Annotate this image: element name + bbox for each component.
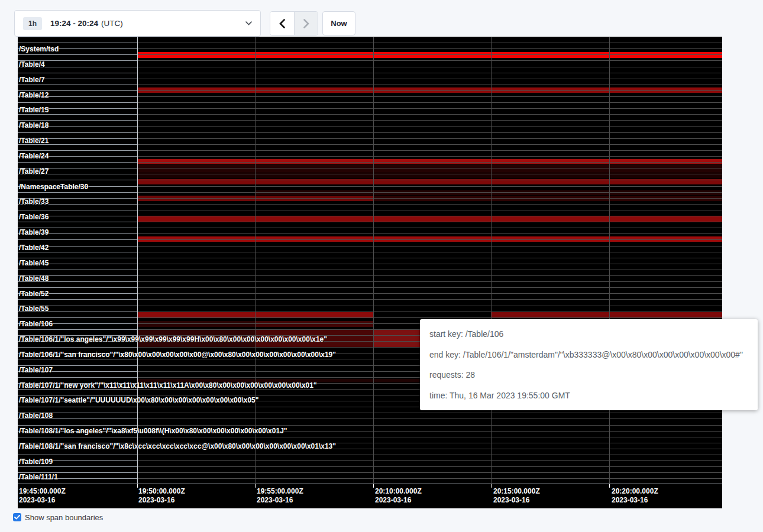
row-label: /Table/33 bbox=[19, 197, 49, 206]
row-label: /Table/107 bbox=[19, 366, 53, 374]
hot-range-band bbox=[255, 329, 373, 347]
row-label: /Table/108 bbox=[19, 411, 53, 420]
row-label: /Table/111/1 bbox=[19, 473, 58, 481]
check-icon bbox=[14, 515, 20, 520]
row-label: /Table/42 bbox=[19, 244, 49, 252]
row-label: /Table/27 bbox=[19, 167, 49, 176]
axis-time-label: 20:20:00.000Z2023-03-16 bbox=[612, 487, 658, 505]
toolbar: 1h 19:24 - 20:24 (UTC) Now bbox=[0, 0, 763, 37]
span-boundary-lines bbox=[18, 37, 722, 484]
row-label: /Table/52 bbox=[19, 290, 49, 298]
show-span-boundaries-label: Show span boundaries bbox=[25, 513, 103, 522]
axis-time-label: 20:15:00.000Z2023-03-16 bbox=[493, 487, 540, 505]
time-range-selector[interactable]: 1h 19:24 - 20:24 (UTC) bbox=[14, 10, 261, 37]
time-gridline bbox=[255, 37, 256, 484]
axis-tick bbox=[373, 484, 374, 488]
axis-time-label: 19:45:00.000Z2023-03-16 bbox=[19, 487, 66, 505]
hot-range-band bbox=[255, 321, 373, 327]
hot-range-band bbox=[255, 190, 722, 195]
label-column-divider bbox=[137, 37, 138, 484]
row-label: /Table/108/1/"los angeles"/"\xa8\xf5\u00… bbox=[19, 427, 287, 435]
row-label: /Table/109 bbox=[19, 458, 53, 466]
row-label: /Table/107/1/"seattle"/"UUUUUUD\x00\x80\… bbox=[19, 396, 258, 404]
row-label: /Table/106 bbox=[19, 320, 53, 328]
row-label: /Table/24 bbox=[19, 152, 49, 160]
time-range-zone: (UTC) bbox=[101, 19, 123, 28]
heatmap-plot[interactable]: /System/tsd/Table/4/Table/7/Table/12/Tab… bbox=[18, 37, 722, 484]
hot-range-band bbox=[137, 236, 722, 242]
row-label: /Table/45 bbox=[19, 259, 49, 267]
time-gridline bbox=[491, 37, 492, 484]
row-label: /Table/106/1/"san francisco"/"\x80\x00\x… bbox=[19, 351, 336, 359]
time-nav-group bbox=[270, 11, 318, 35]
hot-range-band bbox=[491, 312, 722, 318]
chevron-right-icon bbox=[303, 19, 309, 28]
time-gridline bbox=[609, 37, 610, 484]
tooltip-requests: requests: 28 bbox=[429, 370, 748, 379]
row-label: /Table/7 bbox=[19, 76, 45, 84]
row-label: /System/tsd bbox=[19, 45, 59, 53]
time-range-text: 19:24 - 20:24 bbox=[50, 19, 98, 28]
key-visualizer-chart[interactable]: /System/tsd/Table/4/Table/7/Table/12/Tab… bbox=[18, 37, 722, 508]
row-label: /Table/4 bbox=[19, 60, 45, 69]
axis-tick bbox=[491, 484, 492, 488]
now-button[interactable]: Now bbox=[322, 11, 355, 35]
hot-range-band bbox=[137, 216, 722, 222]
hot-range-band bbox=[137, 165, 722, 172]
footer: Show span boundaries bbox=[13, 512, 103, 523]
span-tooltip: start key: /Table/106 end key: /Table/10… bbox=[420, 319, 758, 410]
time-preset-badge: 1h bbox=[23, 17, 42, 30]
chevron-left-icon bbox=[279, 19, 285, 28]
row-label: /NamespaceTable/30 bbox=[19, 183, 88, 191]
row-label: /Table/48 bbox=[19, 274, 49, 283]
row-label: /Table/55 bbox=[19, 304, 49, 313]
axis-time-label: 19:50:00.000Z2023-03-16 bbox=[138, 487, 185, 505]
hot-range-band bbox=[137, 87, 722, 93]
axis-tick bbox=[137, 484, 138, 488]
hot-range-band bbox=[137, 52, 722, 58]
row-label: /Table/107/1/"new york"/"\x11\x11\x11\x1… bbox=[19, 381, 317, 390]
hot-range-band bbox=[137, 179, 722, 184]
axis-tick bbox=[609, 484, 610, 488]
row-label: /Table/36 bbox=[19, 213, 49, 221]
prev-time-button[interactable] bbox=[270, 12, 294, 35]
tooltip-end-key: end key: /Table/106/1/"amsterdam"/"\xb33… bbox=[429, 350, 748, 359]
axis-time-label: 19:55:00.000Z2023-03-16 bbox=[257, 487, 303, 505]
row-label: /Table/18 bbox=[19, 121, 49, 129]
axis-tick bbox=[255, 484, 256, 488]
hot-range-band bbox=[137, 329, 255, 347]
hot-range-band bbox=[373, 196, 722, 201]
row-label: /Table/108/1/"san francisco"/"\x8c\xcc\x… bbox=[19, 442, 336, 450]
axis-time-label: 20:10:00.000Z2023-03-16 bbox=[375, 487, 422, 505]
row-label: /Table/39 bbox=[19, 228, 49, 236]
tooltip-start-key: start key: /Table/106 bbox=[429, 329, 748, 339]
chevron-down-icon bbox=[245, 21, 252, 25]
tooltip-time: time: Thu, 16 Mar 2023 19:55:00 GMT bbox=[429, 391, 748, 400]
hot-range-band bbox=[137, 172, 722, 179]
show-span-boundaries-checkbox[interactable] bbox=[13, 513, 21, 521]
span-boundary-lines-label-column bbox=[18, 37, 137, 484]
row-label: /Table/15 bbox=[19, 106, 49, 114]
hot-range-band bbox=[137, 321, 255, 327]
time-axis: 19:45:00.000Z2023-03-1619:50:00.000Z2023… bbox=[18, 484, 722, 508]
row-label: /Table/12 bbox=[19, 91, 49, 99]
row-label: /Table/21 bbox=[19, 137, 49, 145]
next-time-button[interactable] bbox=[294, 12, 318, 35]
time-gridline bbox=[373, 37, 374, 484]
hot-range-band bbox=[137, 159, 722, 164]
